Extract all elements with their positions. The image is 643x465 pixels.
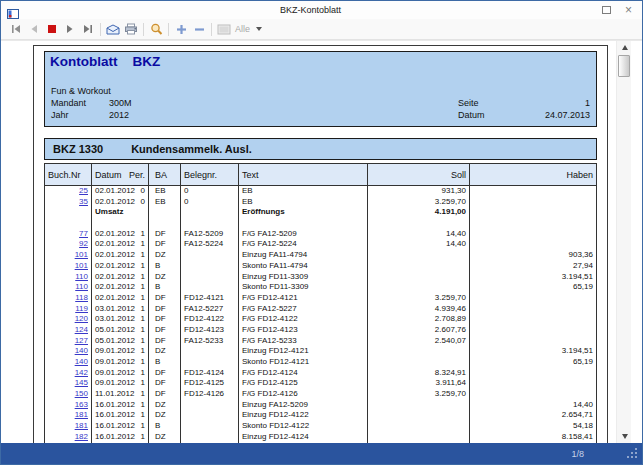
zoom-button[interactable] <box>147 21 165 38</box>
booking-number-link[interactable]: 110 <box>75 282 88 291</box>
cell-haben <box>470 378 596 389</box>
scrollbar-thumb[interactable] <box>618 55 630 77</box>
booking-number-link[interactable]: 101 <box>75 261 88 270</box>
booking-number-link[interactable]: 182 <box>75 432 88 441</box>
per-value: 1 <box>141 378 145 389</box>
previous-page-button[interactable] <box>25 21 43 38</box>
report-title: KontoblattBKZ <box>50 54 160 69</box>
col-text: Text <box>239 164 368 185</box>
cell-ba: DZ <box>149 432 181 443</box>
cell-belegnr: FA12-5227 <box>181 304 239 315</box>
preview-area: KontoblattBKZ Fun & Workout Mandant 300M… <box>1 40 642 443</box>
picture-button[interactable] <box>215 21 233 38</box>
vertical-scrollbar[interactable] <box>616 41 631 443</box>
cell-soll <box>368 421 470 432</box>
last-page-button[interactable] <box>79 21 97 38</box>
cell-buchnr: 142 <box>45 368 92 379</box>
close-button[interactable]: × <box>625 5 632 15</box>
booking-number-link[interactable]: 140 <box>75 357 88 366</box>
cell-soll <box>368 410 470 421</box>
cell-text: F/G FD12-4124 <box>239 368 368 379</box>
booking-number-link[interactable]: 35 <box>79 197 88 206</box>
cell-text: Einzug FD11-3309 <box>239 272 368 283</box>
cell-buchnr <box>45 207 92 218</box>
per-value: 1 <box>141 304 145 315</box>
booking-number-link[interactable]: 101 <box>75 250 88 259</box>
booking-number-link[interactable]: 127 <box>75 336 88 345</box>
booking-number-link[interactable]: 124 <box>75 325 88 334</box>
window-title: BKZ-Kontoblatt <box>19 5 602 15</box>
cell-text: Einzug FD12-4122 <box>239 410 368 421</box>
booking-number-link[interactable]: 25 <box>79 186 88 195</box>
cell-text: F/G FD12-4126 <box>239 389 368 400</box>
table-row: 14009.01.20121DZEinzug FD12-41213.194,51 <box>45 346 596 357</box>
zoom-out-icon <box>194 24 205 35</box>
booking-number-link[interactable]: 181 <box>75 410 88 419</box>
cell-belegnr: FA12-5233 <box>181 336 239 347</box>
datum-value: 02.01.2012 <box>95 250 135 261</box>
booking-number-link[interactable]: 110 <box>75 272 88 281</box>
print-button[interactable] <box>122 21 140 38</box>
next-page-button[interactable] <box>61 21 79 38</box>
last-page-icon <box>82 24 94 34</box>
datum-value: 16.01.2012 <box>95 432 135 443</box>
datum-value: 02.01.2012 <box>95 229 135 240</box>
page-indicator: 1/8 <box>571 449 584 459</box>
cell-belegnr <box>181 250 239 261</box>
per-value: 1 <box>141 346 145 357</box>
cell-ba <box>149 218 181 229</box>
datum-value: 16.01.2012 <box>95 410 135 421</box>
cell-soll: 3.911,64 <box>368 378 470 389</box>
datum-value: 02.01.2012 <box>95 239 135 250</box>
table-row <box>45 218 596 229</box>
account-number: BKZ 1330 <box>53 143 103 155</box>
zoom-out-button[interactable] <box>190 21 208 38</box>
scroll-down-button[interactable] <box>617 430 632 443</box>
maximize-button[interactable] <box>602 6 611 14</box>
booking-number-link[interactable]: 120 <box>75 314 88 323</box>
booking-number-link[interactable]: 145 <box>75 378 88 387</box>
cell-ba: DZ <box>149 250 181 261</box>
table-row: 10102.01.20121BSkonto FA11-479427,94 <box>45 261 596 272</box>
booking-number-link[interactable]: 118 <box>75 293 88 302</box>
booking-number-link[interactable]: 119 <box>75 304 88 313</box>
booking-number-link[interactable]: 92 <box>79 239 88 248</box>
cell-datum-per: 03.01.20121 <box>92 314 149 325</box>
first-page-button[interactable] <box>7 21 25 38</box>
booking-number-link[interactable]: 181 <box>75 421 88 430</box>
cell-belegnr: FA12-5224 <box>181 239 239 250</box>
scroll-up-button[interactable] <box>617 41 632 54</box>
stop-button[interactable] <box>43 21 61 38</box>
booking-number-link[interactable]: 150 <box>75 389 88 398</box>
resize-grip[interactable] <box>627 448 638 461</box>
jahr-label: Jahr <box>51 110 109 120</box>
per-value: 1 <box>141 357 145 368</box>
cell-soll <box>368 282 470 293</box>
cell-datum-per: 05.01.20121 <box>92 325 149 336</box>
cell-haben: 3.194,51 <box>470 272 596 283</box>
cell-haben <box>470 314 596 325</box>
booking-number-link[interactable]: 163 <box>75 400 88 409</box>
cell-ba: DF <box>149 229 181 240</box>
cell-ba: EB <box>149 197 181 208</box>
page-scope-dropdown[interactable] <box>253 21 263 38</box>
cell-soll <box>368 250 470 261</box>
company-name: Fun & Workout <box>51 86 111 96</box>
cell-text <box>239 218 368 229</box>
datum-value: 09.01.2012 <box>95 368 135 379</box>
booking-number-link[interactable]: 77 <box>79 229 88 238</box>
cell-ba: DF <box>149 314 181 325</box>
table-row: 12705.01.20121DFFA12-5233F/G FA12-52332.… <box>45 336 596 347</box>
zoom-in-button[interactable] <box>172 21 190 38</box>
cell-datum-per: 09.01.20121 <box>92 357 149 368</box>
toolbar: Alle <box>1 19 642 40</box>
export-mail-button[interactable] <box>104 21 122 38</box>
cell-soll: 931,30 <box>368 186 470 197</box>
booking-number-link[interactable]: 140 <box>75 346 88 355</box>
cell-text: Einzug FA12-5209 <box>239 400 368 411</box>
per-value: 0 <box>141 197 145 208</box>
cell-datum-per: 16.01.20121 <box>92 410 149 421</box>
cell-soll: 4.939,46 <box>368 304 470 315</box>
booking-number-link[interactable]: 142 <box>75 368 88 377</box>
chevron-down-icon <box>256 27 262 31</box>
